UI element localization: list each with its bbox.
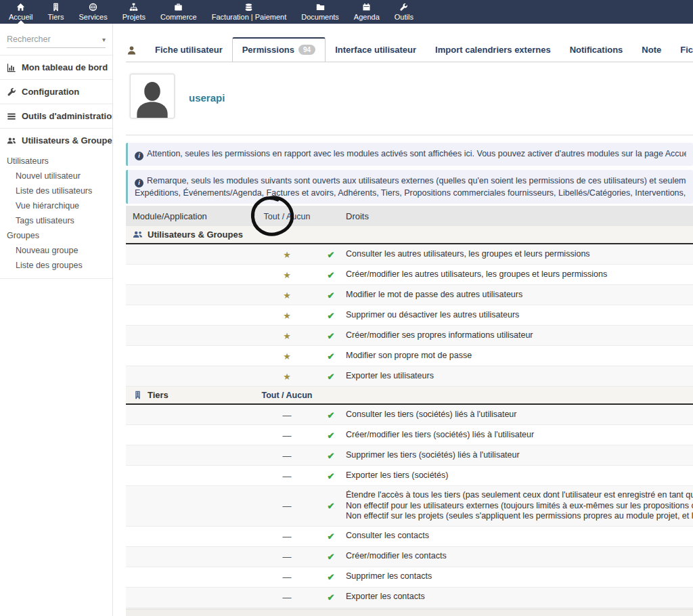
permission-row: —✔Créer/modifier les tiers (sociétés) li… [126, 425, 693, 445]
check-icon: ✔ [328, 592, 335, 602]
briefcase-icon [174, 3, 183, 12]
dash-icon: — [283, 572, 292, 582]
permission-row: ★✔Modifier son propre mot de passe [126, 346, 693, 366]
notice-text: Attention, seules les permissions en rap… [147, 149, 686, 158]
permission-label-cell: Supprimer ou désactiver les autres utili… [340, 310, 693, 321]
dash-icon: — [283, 592, 292, 602]
toggle-cell[interactable]: — [252, 409, 322, 421]
permission-label-cell: Créer/modifier les contacts [340, 551, 693, 562]
sidebar-item-mon-tableau-de-bord[interactable]: Mon tableau de bord [0, 55, 112, 79]
permission-label-cell: Supprimer les contacts [340, 571, 693, 582]
tab-notifications[interactable]: Notifications [560, 39, 633, 62]
permission-row: ★✔Modifier le mot de passe des autres ut… [126, 285, 693, 305]
sidebar-item-outils-d-administration[interactable]: Outils d'administration [0, 104, 112, 128]
next-section-strip [126, 609, 693, 616]
permission-label: Étendre l'accès à tous les tiers (pas se… [346, 490, 693, 501]
toggle-cell[interactable]: ★ [252, 309, 322, 322]
nav-item-label: Projets [122, 13, 146, 21]
granted-cell: ✔ [322, 248, 340, 261]
tab-bar: Fiche utilisateurPermissions94Interface … [126, 37, 693, 62]
section-module-label: Utilisateurs & Groupes [148, 229, 243, 240]
user-icon [127, 45, 137, 56]
dash-icon: — [283, 471, 292, 481]
permission-label-cell: Étendre l'accès à tous les tiers (pas se… [340, 490, 693, 522]
toggle-cell[interactable]: — [252, 591, 322, 603]
toggle-cell[interactable]: — [252, 470, 322, 482]
toggle-cell[interactable]: — [252, 449, 322, 462]
dash-icon: — [283, 501, 292, 511]
nav-item-projets[interactable]: Projets [115, 0, 153, 24]
nav-item-tiers[interactable]: Tiers [40, 0, 71, 24]
sidebar-item-tags-utlisateurs[interactable]: Tags utlisateurs [0, 213, 112, 228]
toggle-all-link[interactable]: Tout / Aucun [264, 212, 311, 221]
toggle-cell[interactable]: — [252, 550, 322, 563]
check-icon: ✔ [328, 471, 335, 481]
permission-label: Créer/modifier les autres utilisateurs, … [346, 269, 693, 280]
check-icon: ✔ [328, 431, 335, 441]
permission-row: ★✔Créer/modifier ses propres information… [126, 326, 693, 346]
nav-item-label: Agenda [354, 13, 380, 21]
star-icon: ★ [283, 311, 291, 321]
nav-item-agenda[interactable]: Agenda [346, 0, 387, 24]
tab-interface-utilisateur[interactable]: Interface utilisateur [326, 39, 426, 62]
nav-item-documents[interactable]: Documents [294, 0, 346, 24]
tab-permissions[interactable]: Permissions94 [232, 37, 326, 62]
toggle-cell[interactable]: — [252, 530, 322, 542]
nav-item-label: Commerce [160, 13, 197, 21]
sidebar-item-nouveau-groupe[interactable]: Nouveau groupe [0, 243, 112, 258]
chart-icon [7, 63, 16, 72]
info-icon [135, 179, 143, 188]
permission-row: ★✔Supprimer ou désactiver les autres uti… [126, 305, 693, 326]
nav-item-commerce[interactable]: Commerce [153, 0, 204, 24]
tab-fiche-utilisateur[interactable]: Fiche utilisateur [146, 39, 232, 62]
sidebar-item-vue-hi-rarchique[interactable]: Vue hiérarchique [0, 198, 112, 213]
tab-label: Note [642, 45, 661, 55]
check-icon: ✔ [328, 531, 335, 542]
building-icon [133, 391, 143, 399]
sidebar-item-label: Configuration [22, 87, 79, 97]
dash-icon: — [283, 531, 292, 542]
column-header-module: Module/Application [133, 211, 207, 221]
permission-row: —✔Créer/modifier les contacts [126, 547, 693, 567]
dash-icon: — [283, 451, 292, 461]
check-icon: ✔ [328, 572, 335, 582]
sidebar-item-liste-des-utilisateurs[interactable]: Liste des utilisateurs [0, 183, 112, 198]
star-icon: ★ [283, 331, 291, 341]
nav-item-outils[interactable]: Outils [387, 0, 421, 24]
nav-item-label: Outils [395, 13, 413, 21]
granted-cell: ✔ [322, 269, 340, 281]
toggle-cell[interactable]: ★ [252, 350, 322, 362]
sidebar-item-liste-des-groupes[interactable]: Liste des groupes [0, 258, 112, 273]
tab-note[interactable]: Note [632, 39, 671, 62]
toggle-cell[interactable]: — [252, 429, 322, 441]
toggle-cell[interactable]: — [252, 571, 322, 583]
permission-row: —✔Exporter les tiers (sociétés) [126, 466, 693, 486]
sidebar-item-nouvel-utilisateur[interactable]: Nouvel utilisateur [0, 169, 112, 183]
sidebar-item-configuration[interactable]: Configuration [0, 79, 112, 104]
nav-item-accueil[interactable]: Accueil [1, 0, 40, 24]
toggle-cell[interactable]: ★ [252, 269, 322, 281]
toggle-cell[interactable]: ★ [252, 370, 322, 382]
chevron-down-icon[interactable]: ▾ [99, 36, 106, 43]
granted-cell: ✔ [322, 591, 340, 603]
toggle-cell[interactable]: ★ [252, 289, 322, 301]
sidebar-group-utilisateurs: Utilisateurs [0, 154, 112, 169]
toggle-cell[interactable]: ★ [252, 248, 322, 261]
check-icon: ✔ [328, 501, 335, 511]
toggle-all-link[interactable]: Tout / Aucun [262, 391, 313, 400]
nav-item-services[interactable]: Services [72, 0, 115, 24]
coins-icon [244, 3, 253, 12]
toggle-cell[interactable]: ★ [252, 330, 322, 342]
granted-cell: ✔ [322, 309, 340, 322]
star-icon: ★ [283, 290, 291, 301]
search-input[interactable] [7, 35, 99, 44]
page-title-username[interactable]: userapi [189, 92, 225, 104]
table-section-row-tiers: TiersTout / Aucun [126, 387, 693, 405]
toggle-cell[interactable]: — [252, 500, 322, 512]
dash-icon: — [283, 410, 292, 420]
tab-fichiers-joints[interactable]: Fichiers joints [671, 39, 693, 62]
tab-import-calendriers-externes[interactable]: Import calendriers externes [426, 39, 560, 62]
sidebar-item-utilisateurs-groupes[interactable]: Utilisateurs & Groupes [0, 128, 112, 152]
nav-item-facturation-paiement[interactable]: Facturation | Paiement [204, 0, 294, 24]
permission-label: Supprimer les tiers (sociétés) liés à l'… [346, 450, 693, 461]
